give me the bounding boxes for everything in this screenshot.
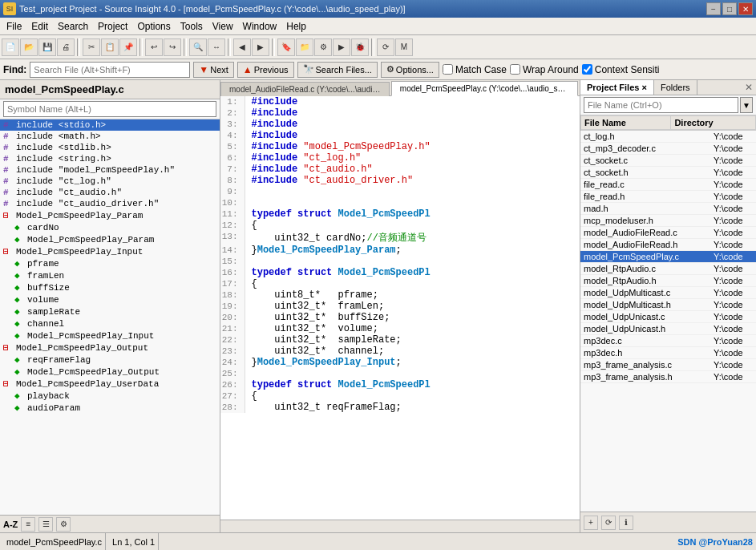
file-row[interactable]: model_AudioFileRead.cY:\code (580, 227, 756, 239)
debug-button[interactable]: 🐞 (351, 38, 369, 56)
context-sensit-label[interactable]: Context Sensiti (582, 64, 660, 75)
tree-item-s1[interactable]: ⊟Model_PcmSpeedPlay_Param (0, 209, 220, 221)
tree-item-inc1[interactable]: #include <stdio.h> (0, 119, 220, 131)
line-code[interactable] (245, 197, 580, 208)
tab-tab2[interactable]: model_PcmSpeedPlay.c (Y:\code\...\audio_… (391, 81, 578, 96)
context-sensit-checkbox[interactable] (582, 64, 592, 75)
options-button[interactable]: ⚙ Options... (381, 62, 439, 78)
menu-item-view[interactable]: View (208, 19, 238, 34)
copy-button[interactable]: 📋 (101, 38, 119, 56)
line-code[interactable]: typedef struct Model_PcmSpeedPl (245, 379, 580, 390)
minimize-button[interactable]: − (706, 2, 721, 15)
file-row[interactable]: file_read.cY:\code (580, 179, 756, 191)
next-button[interactable]: ▼ Next (193, 62, 234, 78)
settings-button[interactable]: ⚙ (56, 517, 71, 532)
bookmark-button[interactable]: 🔖 (277, 38, 295, 56)
menu-item-window[interactable]: Window (238, 19, 282, 34)
file-row[interactable]: ct_socket.cY:\code (580, 155, 756, 167)
file-search-dropdown[interactable]: ▼ (740, 97, 753, 113)
menu-item-tools[interactable]: Tools (176, 19, 208, 34)
search-input[interactable] (30, 62, 190, 78)
symbol-input[interactable] (3, 101, 216, 117)
file-row[interactable]: mcp_modeluser.hY:\code (580, 215, 756, 227)
redo-button[interactable]: ↪ (164, 38, 181, 56)
project-button[interactable]: 📁 (296, 38, 313, 56)
line-code[interactable]: #include (245, 96, 580, 107)
tree-item-inc4[interactable]: #include <string.h> (0, 153, 220, 164)
menu-item-options[interactable]: Options (132, 19, 175, 34)
replace-button[interactable]: ↔ (208, 38, 225, 56)
match-case-label[interactable]: Match Case (443, 64, 507, 75)
line-code[interactable]: { (245, 220, 580, 231)
print-button[interactable]: 🖨 (57, 38, 75, 56)
code-content[interactable]: 1:#include 2:#include 3:#include 4:#incl… (220, 96, 580, 520)
tree-item-s2f6[interactable]: ◆channel (0, 317, 220, 330)
file-row[interactable]: mp3dec.cY:\code (580, 335, 756, 347)
tree-item-s3f1[interactable]: ◆reqFrameFlag (0, 354, 220, 366)
file-list-area[interactable]: ct_log.hY:\codect_mp3_decoder.cY:\codect… (580, 131, 756, 512)
menu-item-project[interactable]: Project (93, 19, 132, 34)
cut-button[interactable]: ✂ (83, 38, 100, 56)
line-code[interactable]: typedef struct Model_PcmSpeedPl (245, 208, 580, 220)
undo-button[interactable]: ↩ (145, 38, 163, 56)
line-code[interactable]: uint32_t* framLen; (245, 301, 580, 312)
file-row[interactable]: ct_socket.hY:\code (580, 167, 756, 179)
line-code[interactable]: uint8_t* pframe; (245, 289, 580, 301)
save-button[interactable]: 💾 (38, 38, 56, 56)
file-row[interactable]: mp3_frame_analysis.cY:\code (580, 359, 756, 371)
find-button[interactable]: 🔍 (189, 38, 207, 56)
tab-tab1[interactable]: model_AudioFileRead.c (Y:\code\...\audio… (220, 82, 390, 96)
file-row[interactable]: ct_mp3_decoder.cY:\code (580, 143, 756, 155)
match-case-checkbox[interactable] (443, 64, 453, 75)
line-code[interactable]: typedef struct Model_PcmSpeedPl (245, 267, 580, 278)
line-code[interactable] (245, 186, 580, 197)
tree-view-button[interactable]: ≡ (21, 517, 35, 532)
wrap-around-label[interactable]: Wrap Around (510, 64, 579, 75)
line-code[interactable]: }Model_PcmSpeedPlay_Input; (245, 357, 580, 368)
maximize-button[interactable]: □ (722, 2, 737, 15)
flat-view-button[interactable]: ☰ (38, 517, 53, 532)
line-code[interactable]: #include (245, 130, 580, 141)
line-code[interactable] (245, 368, 580, 379)
panel-close-button[interactable]: ✕ (742, 82, 756, 93)
file-row[interactable]: model_PcmSpeedPlay.cY:\code (580, 251, 756, 263)
horizontal-scrollbar[interactable] (220, 520, 580, 532)
file-row[interactable]: model_RtpAudio.hY:\code (580, 275, 756, 287)
tree-item-s2t[interactable]: ◆Model_PcmSpeedPlay_Input (0, 330, 220, 342)
line-code[interactable]: #include (245, 107, 580, 119)
refresh-button[interactable]: ⟳ (601, 516, 616, 530)
tree-item-s4f1[interactable]: ◆playback (0, 390, 220, 402)
tree-item-s4f2[interactable]: ◆audioParam (0, 402, 220, 414)
line-code[interactable]: #include "model_PcmSpeedPlay.h" (245, 141, 580, 152)
tree-item-inc8[interactable]: #include "ct_audio_driver.h" (0, 198, 220, 209)
sync-button[interactable]: ⟳ (377, 38, 394, 56)
tree-item-s1f1[interactable]: ◆cardNo (0, 221, 220, 233)
file-row[interactable]: mp3_frame_analysis.hY:\code (580, 371, 756, 383)
line-code[interactable]: { (245, 390, 580, 402)
tree-item-s2f3[interactable]: ◆buffSize (0, 281, 220, 293)
paste-button[interactable]: 📌 (119, 38, 137, 56)
line-code[interactable]: }Model_PcmSpeedPlay_Param; (245, 245, 580, 256)
tree-item-inc5[interactable]: #include "model_PcmSpeedPlay.h" (0, 164, 220, 176)
tree-item-s2f5[interactable]: ◆sampleRate (0, 305, 220, 317)
line-code[interactable] (245, 256, 580, 267)
add-file-button[interactable]: + (584, 516, 598, 530)
tree-item-inc2[interactable]: #include <math.h> (0, 131, 220, 142)
menu-item-help[interactable]: Help (281, 19, 311, 34)
close-button[interactable]: ✕ (738, 2, 753, 15)
line-code[interactable]: #include "ct_audio_driver.h" (245, 175, 580, 186)
file-row[interactable]: model_AudioFileRead.hY:\code (580, 239, 756, 251)
file-row[interactable]: file_read.hY:\code (580, 191, 756, 203)
file-row[interactable]: mp3dec.hY:\code (580, 347, 756, 359)
line-code[interactable]: uint32_t* volume; (245, 323, 580, 334)
filename-col-header[interactable]: File Name (581, 116, 671, 130)
search-files-button[interactable]: 🔭 Search Files... (297, 62, 378, 78)
folders-tab[interactable]: Folders (654, 80, 697, 95)
file-row[interactable]: ct_log.hY:\code (580, 131, 756, 143)
back-button[interactable]: ◀ (233, 38, 251, 56)
line-code[interactable]: uint32_t* buffSize; (245, 312, 580, 323)
tree-item-s2f2[interactable]: ◆framLen (0, 269, 220, 281)
file-row[interactable]: model_UdpMulticast.hY:\code (580, 299, 756, 311)
open-button[interactable]: 📂 (20, 38, 38, 56)
file-row[interactable]: model_UdpUnicast.cY:\code (580, 311, 756, 323)
